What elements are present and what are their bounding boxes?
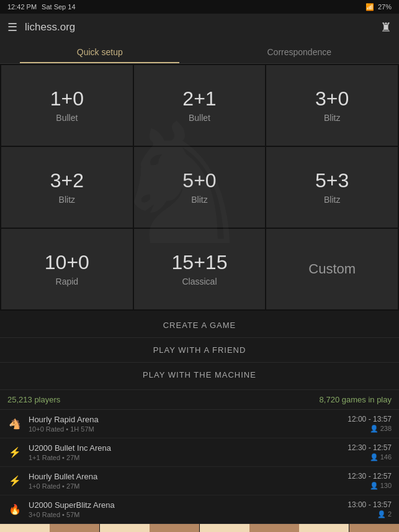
game-blitz-3-2[interactable]: 3+2 Blitz [1, 147, 133, 228]
main-tabs: Quick setup Correspondence [0, 41, 399, 64]
header-left: ☰ lichess.org [7, 20, 75, 34]
tournament-name-0: Hourly Rapid Arena [29, 415, 341, 424]
status-bar: 12:42 PM Sat Sep 14 📶 27% [0, 0, 399, 14]
tournament-right-1: 12:30 - 12:57 👤 146 [347, 443, 392, 461]
tournament-meta-3: 3+0 Rated • 57M [29, 511, 341, 518]
status-time: 12:42 PM [7, 3, 37, 11]
tournament-name-2: Hourly Bullet Arena [29, 472, 341, 481]
game-type-15-15: Classical [182, 277, 217, 286]
game-blitz-5-0[interactable]: 5+0 Blitz [134, 147, 266, 228]
game-bullet-1-0[interactable]: 1+0 Bullet [1, 65, 133, 146]
tab-quick-setup-label: Quick setup [77, 47, 123, 57]
stats-bar: 25,213 players 8,720 games in play [0, 389, 399, 410]
board-cell-5 [249, 524, 299, 532]
game-type-5-0: Blitz [191, 195, 207, 205]
tournament-right-0: 12:00 - 13:57 👤 238 [347, 415, 392, 433]
tournament-time-1: 12:30 - 12:57 [347, 443, 392, 452]
play-friend-button[interactable]: PLAY WITH A FRIEND [0, 338, 399, 363]
tournament-info-2: Hourly Bullet Arena 1+0 Rated • 27M [29, 472, 341, 490]
games-label: games in play [342, 395, 392, 404]
game-blitz-3-0[interactable]: 3+0 Blitz [266, 65, 398, 146]
status-date: Sat Sep 14 [42, 3, 75, 11]
tournament-right-2: 12:30 - 12:57 👤 130 [347, 472, 392, 490]
board-cell-0 [0, 524, 50, 532]
battery-level: 27% [378, 3, 392, 11]
tournament-item-2[interactable]: ⚡ Hourly Bullet Arena 1+0 Rated • 27M 12… [0, 467, 399, 495]
board-cell-3 [150, 524, 199, 532]
tournament-item-1[interactable]: ⚡ U2000 Bullet Inc Arena 1+1 Rated • 27M… [0, 438, 399, 467]
custom-label: Custom [308, 261, 356, 277]
time-control-5-3: 5+3 [315, 170, 349, 192]
chess-board: ♜ ♚ ♛ [0, 524, 399, 532]
game-type-5-3: Blitz [324, 195, 340, 205]
tournament-item-3[interactable]: 🔥 U2000 SuperBlitz Arena 3+0 Rated • 57M… [0, 495, 399, 524]
board-cell-4: ♚ [200, 524, 249, 532]
players-stat: 25,213 players [7, 395, 60, 404]
tournament-time-3: 13:00 - 13:57 [347, 500, 392, 509]
game-bullet-2-1[interactable]: 2+1 Bullet [134, 65, 266, 146]
time-control-10-0: 10+0 [45, 252, 89, 273]
tournament-info-1: U2000 Bullet Inc Arena 1+1 Rated • 27M [29, 443, 341, 461]
game-type-3-2: Blitz [59, 195, 75, 205]
tournament-players-3: 👤 2 [347, 510, 392, 518]
tournament-players-0: 👤 238 [347, 425, 392, 433]
status-time-area: 12:42 PM Sat Sep 14 [7, 3, 76, 11]
tournament-meta-0: 10+0 Rated • 1H 57M [29, 425, 341, 433]
board-cell-6: ♛ [299, 524, 349, 532]
status-icons-area: 📶 27% [365, 3, 392, 11]
time-control-15-15: 15+15 [172, 252, 228, 273]
app-header: ☰ lichess.org ♜ [0, 14, 399, 41]
tab-correspondence[interactable]: Correspondence [200, 41, 400, 63]
tournament-meta-1: 1+1 Rated • 27M [29, 454, 341, 461]
time-control-5-0: 5+0 [182, 170, 216, 192]
tournament-list: 🐴 Hourly Rapid Arena 10+0 Rated • 1H 57M… [0, 410, 399, 524]
game-type-1-0: Bullet [56, 113, 78, 123]
tournament-players-1: 👤 146 [347, 453, 392, 461]
app-title: lichess.org [25, 21, 75, 33]
tournament-icon-2: ⚡ [7, 474, 22, 489]
tournament-name-3: U2000 SuperBlitz Arena [29, 500, 341, 510]
time-control-2-1: 2+1 [182, 88, 216, 110]
game-classical-15-15[interactable]: 15+15 Classical [134, 229, 266, 309]
board-cell-1 [50, 524, 99, 532]
tournament-right-3: 13:00 - 13:57 👤 2 [347, 500, 392, 518]
time-control-3-0: 3+0 [315, 88, 349, 110]
hamburger-menu-icon[interactable]: ☰ [7, 20, 17, 34]
create-game-button[interactable]: CREATE A GAME [0, 313, 399, 338]
tournament-name-1: U2000 Bullet Inc Arena [29, 443, 341, 453]
game-type-2-1: Bullet [189, 113, 210, 123]
tournament-players-2: 👤 130 [347, 482, 392, 490]
wifi-icon: 📶 [365, 3, 374, 11]
tournament-info-0: Hourly Rapid Arena 10+0 Rated • 1H 57M [29, 415, 341, 433]
players-label: players [34, 395, 60, 404]
tournament-icon-1: ⚡ [7, 445, 22, 460]
tournament-item-0[interactable]: 🐴 Hourly Rapid Arena 10+0 Rated • 1H 57M… [0, 410, 399, 438]
game-rapid-10-0[interactable]: 10+0 Rapid [1, 229, 133, 309]
board-cell-7 [349, 524, 399, 532]
game-type-3-0: Blitz [324, 113, 340, 123]
tournament-time-2: 12:30 - 12:57 [347, 472, 392, 481]
chess-board-grid: ♜ ♚ ♛ [0, 524, 399, 532]
tournament-time-0: 12:00 - 13:57 [347, 415, 392, 423]
game-blitz-5-3[interactable]: 5+3 Blitz [266, 147, 398, 228]
tournament-info-3: U2000 SuperBlitz Arena 3+0 Rated • 57M [29, 500, 341, 518]
game-custom[interactable]: Custom [266, 229, 398, 309]
tournament-meta-2: 1+0 Rated • 27M [29, 482, 341, 490]
time-control-1-0: 1+0 [50, 88, 84, 110]
play-machine-button[interactable]: PLAY WITH THE MACHINE [0, 363, 399, 387]
chess-piece-icon: ♜ [380, 20, 392, 34]
tournament-icon-3: 🔥 [7, 502, 22, 517]
game-type-10-0: Rapid [56, 277, 79, 286]
board-cell-2: ♜ [100, 524, 150, 532]
players-count: 25,213 [7, 395, 32, 404]
games-count: 8,720 [320, 395, 340, 404]
tab-correspondence-label: Correspondence [267, 47, 331, 57]
time-control-3-2: 3+2 [50, 170, 84, 192]
game-grid-wrapper: ♞ 1+0 Bullet 2+1 Bullet 3+0 Blitz 3+2 Bl… [0, 64, 399, 311]
games-stat: 8,720 games in play [320, 395, 392, 404]
game-grid: 1+0 Bullet 2+1 Bullet 3+0 Blitz 3+2 Blit… [0, 64, 399, 311]
action-buttons-area: CREATE A GAME PLAY WITH A FRIEND PLAY WI… [0, 311, 399, 389]
tab-quick-setup[interactable]: Quick setup [0, 41, 200, 63]
header-right: ♜ [380, 20, 392, 35]
tournament-icon-0: 🐴 [7, 417, 22, 432]
